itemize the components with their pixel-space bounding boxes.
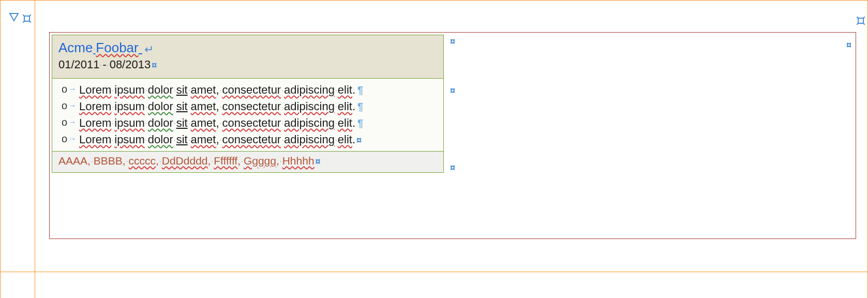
outline-collapse-toggle[interactable] — [9, 12, 19, 22]
svg-marker-0 — [10, 13, 18, 21]
pilcrow-mark-icon: ¶ — [357, 101, 363, 112]
svg-line-10 — [863, 23, 865, 25]
margin-rule-top — [0, 0, 868, 1]
bullets-row[interactable]: →Lorem·ipsum·dolor·sit·amet,·consectetur… — [52, 79, 443, 152]
tab-mark-icon: → — [69, 100, 76, 111]
cell-end-mark-icon — [857, 14, 865, 28]
svg-line-8 — [863, 17, 865, 19]
bullet-list[interactable]: →Lorem·ipsum·dolor·sit·amet,·consectetur… — [58, 82, 440, 148]
svg-line-5 — [29, 21, 31, 23]
outer-table-cell-end: ¤ — [845, 38, 851, 51]
svg-line-3 — [29, 14, 31, 17]
cell-end-mark-icon — [23, 12, 31, 26]
cell-end-mark-icon: ¤ — [152, 60, 157, 70]
cell-end-mark-icon: ¤ — [450, 85, 455, 96]
date-range[interactable]: 01/2011·-·08/2013 — [58, 58, 151, 71]
list-item[interactable]: →Lorem·ipsum·dolor·sit·amet,·consectetur… — [62, 115, 440, 131]
inner-table[interactable]: Acme·Foobar ↵ 01/2011·-·08/2013¤ →Lorem·… — [52, 35, 444, 173]
svg-line-9 — [857, 23, 859, 25]
svg-rect-6 — [858, 18, 863, 23]
tab-mark-icon: → — [69, 84, 76, 94]
outer-table-col2[interactable]: ¤ ¤ ¤ — [448, 34, 455, 173]
tab-mark-icon: → — [69, 133, 76, 144]
header-row[interactable]: Acme·Foobar ↵ 01/2011·-·08/2013¤ — [52, 35, 443, 79]
margin-rule-gutter — [35, 0, 35, 298]
svg-line-2 — [23, 14, 25, 17]
tab-mark-icon: → — [69, 117, 76, 127]
pilcrow-mark-icon: ¶ — [357, 84, 363, 96]
cell-end-mark-icon: ¤ — [316, 156, 321, 167]
company-link-text: Acme·Foobar — [58, 40, 139, 55]
outer-table[interactable]: Acme·Foobar ↵ 01/2011·-·08/2013¤ →Lorem·… — [49, 32, 856, 239]
margin-rule-left — [0, 0, 1, 298]
cell-end-mark-icon: ¤ — [450, 36, 455, 47]
list-item[interactable]: →Lorem·ipsum·dolor·sit·amet,·consectetur… — [62, 131, 440, 148]
cell-end-mark-icon: ¤ — [846, 40, 851, 50]
list-item[interactable]: →Lorem·ipsum·dolor·sit·amet,·consectetur… — [62, 82, 440, 98]
pilcrow-mark-icon: ¶ — [357, 117, 363, 129]
cell-end-mark-icon: ¤ — [450, 162, 455, 173]
cell-end-mark-icon: ¤ — [356, 135, 362, 145]
svg-line-4 — [23, 21, 25, 23]
svg-rect-1 — [24, 16, 29, 21]
margin-rule-bottom — [0, 272, 868, 272]
company-link[interactable]: Acme·Foobar — [58, 40, 142, 55]
svg-line-7 — [857, 17, 859, 19]
tags-row[interactable]: AAAA,·BBBB,·ccccc,·DdDdddd,·Fffffff,·Ggg… — [52, 152, 443, 172]
tags-text[interactable]: AAAA,·BBBB,·ccccc,·DdDdddd,·Fffffff,·Ggg… — [58, 155, 315, 167]
line-break-mark-icon: ↵ — [144, 43, 154, 56]
list-item[interactable]: →Lorem·ipsum·dolor·sit·amet,·consectetur… — [62, 98, 440, 115]
